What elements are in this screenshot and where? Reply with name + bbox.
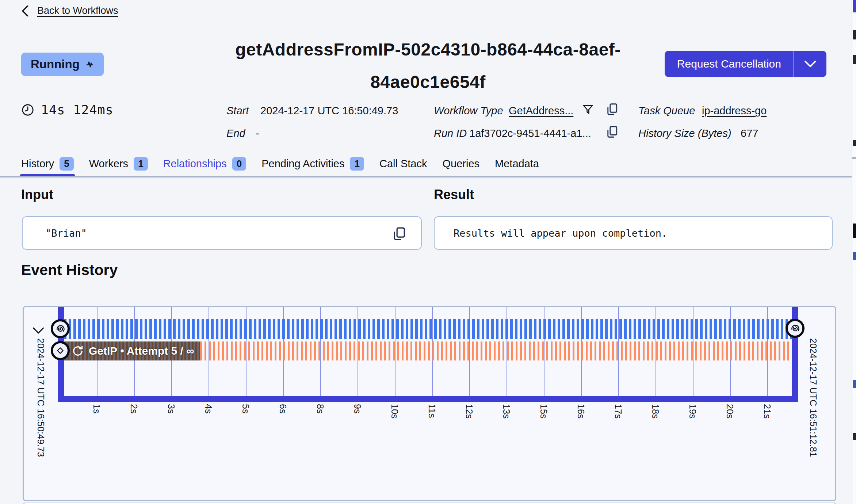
tick-label: 17s bbox=[613, 404, 623, 430]
activity-start-node[interactable] bbox=[51, 341, 70, 360]
activity-label: GetIP • Attempt 5 / ∞ bbox=[89, 345, 194, 357]
page-title: getAddressFromIP-502c4310-b864-44ca-8aef… bbox=[200, 34, 656, 99]
execution-duration: 14s 124ms bbox=[21, 103, 114, 117]
task-queue-label: Task Queue bbox=[638, 105, 695, 117]
spiral-icon bbox=[790, 323, 800, 333]
start-value: 2024-12-17 UTC 16:50:49.73 bbox=[260, 105, 398, 117]
workflow-detail-page: Back to Workflows Running getAddressFrom… bbox=[0, 0, 856, 504]
tab-call-stack[interactable]: Call Stack bbox=[379, 158, 427, 170]
tab-relationships[interactable]: Relationships0 bbox=[163, 157, 247, 171]
tab-count-badge: 1 bbox=[350, 157, 364, 171]
tick-label: 13s bbox=[501, 404, 512, 430]
task-queue-link[interactable]: ip-address-go bbox=[702, 105, 767, 117]
tick-label: 18s bbox=[650, 404, 661, 430]
workflow-current-node[interactable] bbox=[786, 319, 805, 338]
workflow-execution-track[interactable] bbox=[64, 319, 792, 339]
tab-count-badge: 0 bbox=[232, 157, 246, 171]
tick-label: 5s bbox=[241, 404, 251, 430]
tick-label: 8s bbox=[315, 404, 325, 430]
collapse-row-chevron[interactable] bbox=[33, 327, 44, 336]
workflow-start-node[interactable] bbox=[51, 319, 70, 338]
input-heading: Input bbox=[21, 187, 53, 202]
tab-label: Metadata bbox=[495, 158, 539, 170]
tick-label: 4s bbox=[203, 404, 214, 430]
clock-icon bbox=[21, 103, 34, 117]
heartbeat-icon bbox=[85, 60, 94, 69]
tab-bar: History5Workers1Relationships0Pending Ac… bbox=[21, 157, 539, 171]
status-label: Running bbox=[31, 57, 80, 71]
window-edge-artifact bbox=[853, 30, 856, 39]
filter-icon[interactable] bbox=[582, 103, 594, 117]
cancellation-menu-toggle[interactable] bbox=[794, 51, 826, 77]
window-edge-artifact bbox=[853, 252, 856, 260]
workflow-type-link[interactable]: GetAddress... bbox=[509, 105, 573, 117]
activity-bar-getip[interactable]: GetIP • Attempt 5 / ∞ bbox=[64, 341, 200, 360]
copy-input-icon[interactable] bbox=[392, 226, 406, 243]
tick-label: 6s bbox=[278, 404, 288, 430]
tab-history[interactable]: History5 bbox=[21, 157, 74, 171]
diamond-icon bbox=[56, 346, 65, 355]
timeline-end-timestamp: 2024-12-17 UTC 16:51:12.81 bbox=[807, 338, 818, 471]
event-history-timeline: GetIP • Attempt 5 / ∞ 2024-12-17 UTC 16:… bbox=[23, 306, 836, 501]
event-history-heading: Event History bbox=[21, 261, 118, 279]
history-size-label: History Size (Bytes) bbox=[638, 127, 731, 140]
window-edge-sliver bbox=[852, 0, 856, 504]
input-value: "Brian" bbox=[45, 228, 87, 239]
retry-icon bbox=[72, 345, 84, 357]
window-edge-artifact bbox=[853, 140, 856, 146]
tab-label: Workers bbox=[89, 158, 128, 170]
tab-count-badge: 5 bbox=[60, 157, 73, 171]
tabs-divider bbox=[0, 176, 856, 177]
tick-label: 19s bbox=[688, 404, 698, 430]
tick-label: 10s bbox=[390, 404, 400, 430]
run-id-value: 1af3702c-9451-4441-a1... bbox=[469, 127, 591, 140]
status-badge[interactable]: Running bbox=[21, 53, 104, 76]
tab-count-badge: 1 bbox=[134, 157, 148, 171]
tick-label: 2s bbox=[129, 404, 139, 430]
result-heading: Result bbox=[434, 187, 474, 202]
chevron-down-icon bbox=[804, 60, 817, 68]
window-edge-artifact bbox=[853, 224, 856, 238]
copy-run-id-icon[interactable] bbox=[605, 125, 619, 140]
workflow-type-label: Workflow Type bbox=[434, 105, 503, 117]
timeline-axis bbox=[58, 396, 798, 402]
window-edge-artifact bbox=[853, 433, 856, 440]
copy-workflow-type-icon[interactable] bbox=[605, 103, 619, 117]
tab-metadata[interactable]: Metadata bbox=[495, 158, 539, 170]
tab-label: Relationships bbox=[163, 158, 227, 170]
window-edge-artifact bbox=[853, 55, 856, 64]
tab-label: Queries bbox=[443, 158, 480, 170]
back-link-label: Back to Workflows bbox=[37, 5, 118, 16]
chevron-left-icon bbox=[21, 5, 29, 16]
history-size-value: 677 bbox=[741, 127, 758, 140]
tick-label: 9s bbox=[352, 404, 363, 430]
tick-label: 12s bbox=[464, 404, 474, 430]
activity-pending-track[interactable] bbox=[200, 341, 792, 360]
timeline-start-timestamp: 2024-12-17 UTC 16:50:49.73 bbox=[35, 338, 46, 471]
tab-workers[interactable]: Workers1 bbox=[89, 157, 148, 171]
request-cancellation-label[interactable]: Request Cancellation bbox=[665, 51, 794, 77]
end-value: - bbox=[256, 127, 259, 140]
result-placeholder: Results will appear upon completion. bbox=[454, 228, 667, 239]
spiral-icon bbox=[55, 324, 65, 334]
next-section-edge bbox=[23, 503, 836, 504]
tick-label: 16s bbox=[576, 404, 586, 430]
duration-value: 14s 124ms bbox=[41, 103, 114, 117]
result-box: Results will appear upon completion. bbox=[434, 216, 833, 250]
tab-label: History bbox=[21, 158, 54, 170]
tick-label: 3s bbox=[166, 404, 176, 430]
tick-label: 21s bbox=[762, 404, 772, 430]
window-edge-artifact bbox=[853, 380, 856, 388]
tick-label: 15s bbox=[539, 404, 549, 430]
tick-label: 20s bbox=[725, 404, 735, 430]
tab-queries[interactable]: Queries bbox=[443, 158, 480, 170]
tab-pending-activities[interactable]: Pending Activities1 bbox=[261, 157, 364, 171]
tab-label: Pending Activities bbox=[261, 158, 344, 170]
window-edge-artifact bbox=[853, 0, 856, 12]
request-cancellation-button[interactable]: Request Cancellation bbox=[665, 51, 826, 77]
window-edge-artifact bbox=[852, 157, 856, 159]
input-box: "Brian" bbox=[22, 216, 422, 250]
tick-label: 11s bbox=[427, 404, 437, 430]
start-label: Start bbox=[226, 105, 249, 117]
back-to-workflows-link[interactable]: Back to Workflows bbox=[21, 5, 118, 16]
